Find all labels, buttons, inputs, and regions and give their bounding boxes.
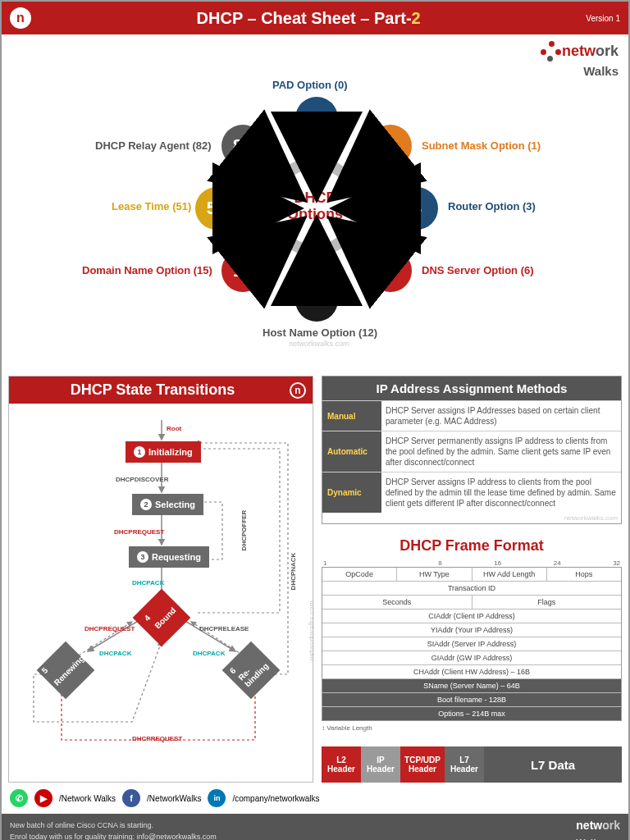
svg-line-7 <box>259 164 272 174</box>
request-label-1: DHCPREQUEST <box>114 528 164 536</box>
frame-format-section: DHCP Frame Format 18162432 OpCodeHW Type… <box>322 532 622 783</box>
option-6-node: 6 <box>369 249 412 292</box>
bit-ruler: 18162432 <box>322 559 622 567</box>
option-3-node: 3 <box>395 187 438 230</box>
varlen-label: ↕ Variable Length <box>322 724 622 732</box>
svg-line-3 <box>363 244 375 254</box>
option-82-label: DHCP Relay Agent (82) <box>95 139 212 152</box>
release-label: DHCPRELEASE <box>199 625 249 632</box>
option-51-label: Lease Time (51) <box>112 200 191 212</box>
watermark: networkwalks.com <box>308 600 316 661</box>
ipam-row-manual: ManualDHCP Server assigns IP Addresses b… <box>322 400 621 431</box>
watermark: networkwalks.com <box>322 513 621 523</box>
ipam-row-dynamic: DynamicDHCP Server assigns IP address to… <box>322 472 621 513</box>
ack-label-1: DHCPACK <box>132 579 164 587</box>
svg-line-1 <box>363 164 375 174</box>
social-row: ✆ ▶/Network Walks f/NetworkWalks in/comp… <box>2 783 628 814</box>
linkedin-icon[interactable]: in <box>208 789 226 807</box>
footer-line1: New batch of online Cisco CCNA is starti… <box>10 820 620 832</box>
facebook-label: /NetworkWalks <box>147 794 201 803</box>
hub-circle: DHCP Options <box>266 158 364 256</box>
option-0-label: PAD Option (0) <box>272 79 347 91</box>
state-renewing: 5Renewing <box>37 641 95 700</box>
svg-line-5 <box>259 244 272 254</box>
option-12-label: Host Name Option (12) <box>262 326 377 339</box>
state-panel-title: DHCP State Transitions n <box>9 377 313 404</box>
ack-label-3: DHCPACK <box>193 650 225 657</box>
option-15-node: 15 <box>221 249 264 292</box>
mini-logo-icon: n <box>290 382 306 399</box>
state-requesting: 3Requesting <box>129 546 209 568</box>
state-rebinding: 6Re-binding <box>222 641 281 700</box>
nack-label: DHCPNACK <box>290 553 297 591</box>
option-1-label: Subnet Mask Option (1) <box>422 139 541 152</box>
footer-brand: networkWalks <box>576 817 620 840</box>
frame-title: DHCP Frame Format <box>322 537 622 555</box>
logo-icon: n <box>10 7 31 29</box>
version-label: Version 1 <box>586 14 620 23</box>
dhcp-options-diagram: DHCP Options 0 PAD Option (0) 1 Subnet M… <box>2 43 628 371</box>
frame-headers-bar: L2 Header IP Header TCP/UDP Header L7 He… <box>322 746 622 783</box>
root-label: Root <box>167 425 181 432</box>
ack-label-2: DHCPACK <box>99 650 131 657</box>
request-label-3: DHCPREQUEST <box>132 735 182 742</box>
offer-label: DHCPOFFER <box>240 510 248 551</box>
state-selecting: 2Selecting <box>132 494 203 515</box>
option-6-label: DNS Server Option (6) <box>422 264 534 276</box>
facebook-icon[interactable]: f <box>122 789 140 807</box>
option-51-node: 51 <box>195 187 238 230</box>
whatsapp-icon[interactable]: ✆ <box>10 789 28 807</box>
option-15-label: Domain Name Option (15) <box>82 264 212 276</box>
youtube-icon[interactable]: ▶ <box>34 789 52 807</box>
option-82-node: 82 <box>221 125 264 167</box>
watermark: networkwalks.com <box>289 340 349 348</box>
page-title: DHCP – Cheat Sheet – Part-2 <box>31 9 586 28</box>
ipam-title: IP Address Assignment Methods <box>322 377 621 400</box>
option-3-label: Router Option (3) <box>448 200 536 212</box>
state-transitions-panel: DHCP State Transitions n <box>8 376 313 783</box>
footer-info: networkWalks New batch of online Cisco C… <box>2 814 628 840</box>
footer-line2: Enrol today with us for quality training… <box>10 832 620 841</box>
header-bar: n DHCP – Cheat Sheet – Part-2 Version 1 <box>2 2 628 34</box>
state-initializing: 1Initializing <box>126 441 201 463</box>
discover-label: DHCPDISCOVER <box>116 476 168 483</box>
option-12-node: 12 <box>295 279 338 322</box>
ip-assignment-table: IP Address Assignment Methods ManualDHCP… <box>322 376 622 524</box>
state-bound: 4Bound <box>133 589 191 647</box>
request-label-2: DHCPREQUEST <box>84 625 135 632</box>
youtube-label: /Network Walks <box>59 794 116 803</box>
ipam-row-automatic: AutomaticDHCP Server permanently assigns… <box>322 431 621 472</box>
linkedin-label: /company/networkwalks <box>232 794 319 803</box>
option-0-node: 0 <box>295 97 338 139</box>
option-1-node: 1 <box>369 125 412 167</box>
frame-table: OpCodeHW TypeHW Add LengthHops Transacti… <box>322 567 622 721</box>
